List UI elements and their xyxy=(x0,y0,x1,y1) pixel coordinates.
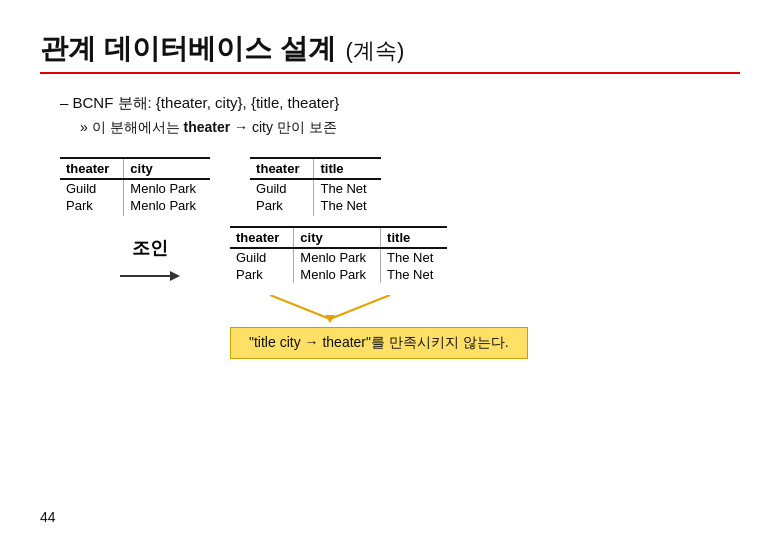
cell-park-1: Park xyxy=(60,197,124,216)
result-col-city: city xyxy=(294,227,381,248)
preservation-suffix: 만이 보존 xyxy=(277,119,337,135)
table-row: Guild The Net xyxy=(250,179,381,197)
result-table: theater city title Guild Menlo Park The … xyxy=(230,226,447,283)
highlight-prefix: "title city xyxy=(249,334,305,350)
join-label: 조인 xyxy=(132,236,168,260)
svg-marker-1 xyxy=(170,271,180,281)
preservation-arrow: → xyxy=(234,119,252,135)
theater-title-table: theater title Guild The Net Park The Net xyxy=(250,157,381,216)
col-theater-2: theater xyxy=(250,158,314,179)
cell-park-2: Park xyxy=(250,197,314,216)
lower-section: 조인 theater city title xyxy=(60,226,740,359)
bcnf-decompositions: {theater, city}, {title, theater} xyxy=(156,94,339,111)
preservation-line: » 이 분해에서는 theater → city 만이 보존 xyxy=(80,119,740,137)
highlight-box: "title city → theater"를 만족시키지 않는다. xyxy=(230,327,528,359)
svg-line-3 xyxy=(330,295,390,319)
title-underline xyxy=(40,72,740,74)
preservation-theater: theater xyxy=(183,119,230,135)
preservation-prefix: » 이 분해에서는 xyxy=(80,119,180,135)
content-area: – BCNF 분해: {theater, city}, {title, thea… xyxy=(40,94,740,359)
join-area: 조인 xyxy=(120,236,180,286)
cell-thenet-1: The Net xyxy=(314,179,381,197)
result-thenet-1: The Net xyxy=(381,248,448,266)
result-thenet-2: The Net xyxy=(381,266,448,283)
result-menlo-2: Menlo Park xyxy=(294,266,381,283)
title-sub: (계속) xyxy=(346,36,405,66)
tables-area: theater city Guild Menlo Park Park Menlo… xyxy=(60,157,740,216)
preservation-city: city xyxy=(252,119,273,135)
cell-menlo-2: Menlo Park xyxy=(124,197,210,216)
cell-guild-1: Guild xyxy=(60,179,124,197)
cell-thenet-2: The Net xyxy=(314,197,381,216)
slide-page: 관계 데이터베이스 설계 (계속) – BCNF 분해: {theater, c… xyxy=(0,0,780,540)
result-area: theater city title Guild Menlo Park The … xyxy=(230,226,528,359)
funnel-arrows xyxy=(230,295,430,323)
result-col-theater: theater xyxy=(230,227,294,248)
col-city: city xyxy=(124,158,210,179)
title-area: 관계 데이터베이스 설계 (계속) xyxy=(40,30,740,68)
svg-line-2 xyxy=(270,295,330,319)
bcnf-line: – BCNF 분해: {theater, city}, {title, thea… xyxy=(60,94,740,113)
funnel-arrow-icon xyxy=(230,295,430,323)
cell-guild-2: Guild xyxy=(250,179,314,197)
table-row: Park The Net xyxy=(250,197,381,216)
table-row: Park Menlo Park xyxy=(60,197,210,216)
bcnf-label: – BCNF 분해: xyxy=(60,94,152,111)
result-menlo-1: Menlo Park xyxy=(294,248,381,266)
main-title: 관계 데이터베이스 설계 xyxy=(40,30,336,68)
table-row: Guild Menlo Park xyxy=(60,179,210,197)
result-park: Park xyxy=(230,266,294,283)
col-theater-1: theater xyxy=(60,158,124,179)
table-row: Park Menlo Park The Net xyxy=(230,266,447,283)
theater-city-table: theater city Guild Menlo Park Park Menlo… xyxy=(60,157,210,216)
highlight-suffix: theater"를 만족시키지 않는다. xyxy=(319,334,509,350)
page-number: 44 xyxy=(40,509,56,525)
join-arrow-icon xyxy=(120,266,180,286)
highlight-arrow: → xyxy=(305,334,319,350)
table-row: Guild Menlo Park The Net xyxy=(230,248,447,266)
result-col-title: title xyxy=(381,227,448,248)
svg-marker-4 xyxy=(325,315,335,323)
cell-menlo-1: Menlo Park xyxy=(124,179,210,197)
result-guild: Guild xyxy=(230,248,294,266)
col-title: title xyxy=(314,158,381,179)
